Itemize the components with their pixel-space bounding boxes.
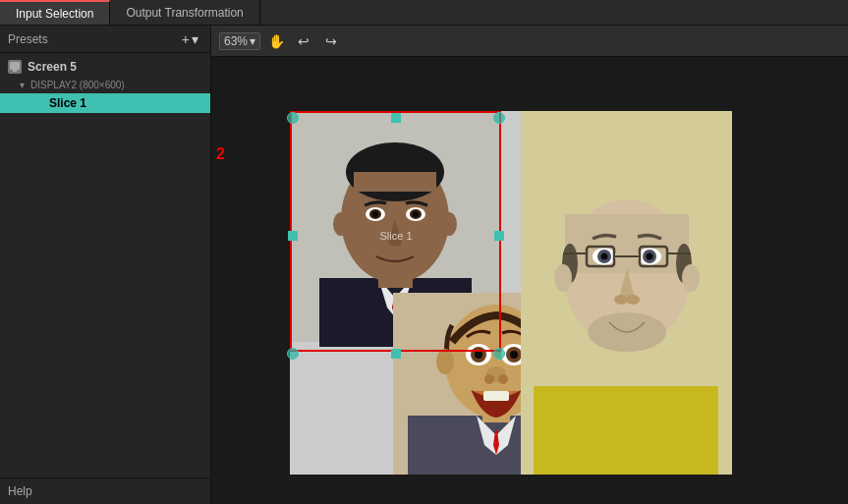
svg-point-33 <box>510 351 518 359</box>
svg-rect-1 <box>13 70 17 72</box>
face-collage <box>290 111 732 475</box>
canvas-area[interactable]: 2 3 <box>211 57 848 504</box>
help-button[interactable]: Help <box>0 477 210 504</box>
redo-button[interactable]: ↪ <box>319 29 343 53</box>
svg-point-48 <box>601 253 608 260</box>
svg-rect-0 <box>10 62 20 70</box>
add-preset-button[interactable]: + ▾ <box>178 29 202 49</box>
slice1-label: Slice 1 <box>49 96 86 110</box>
zoom-selector[interactable]: 63% ▾ <box>219 32 260 50</box>
hand-tool-icon: ✋ <box>268 33 285 49</box>
annotation-2: 2 <box>216 145 225 163</box>
svg-point-26 <box>436 349 454 374</box>
svg-point-52 <box>614 295 628 305</box>
undo-button[interactable]: ↩ <box>292 29 315 53</box>
tree-item-display2[interactable]: ▾ DISPLAY2 (800×600) <box>0 77 210 93</box>
svg-point-56 <box>682 264 700 292</box>
display2-label: DISPLAY2 (800×600) <box>30 80 125 90</box>
sidebar-tree: Screen 5 ▾ DISPLAY2 (800×600) Slice 1 <box>0 53 210 477</box>
zoom-value: 63% <box>224 34 248 48</box>
svg-point-17 <box>333 212 349 236</box>
presets-label: Presets <box>8 32 48 46</box>
sidebar: Presets + ▾ Screen 5 ▾ DISPLAY2 (800×600… <box>0 26 211 504</box>
svg-rect-10 <box>354 172 436 192</box>
svg-point-36 <box>498 374 508 384</box>
zoom-arrow-icon: ▾ <box>250 34 255 48</box>
hand-tool-button[interactable]: ✋ <box>264 29 288 53</box>
svg-point-16 <box>413 211 419 217</box>
svg-rect-43 <box>565 214 689 273</box>
help-label: Help <box>8 484 32 498</box>
tree-item-slice1[interactable]: Slice 1 <box>0 93 210 113</box>
svg-rect-41 <box>534 386 718 475</box>
tab-output-transformation[interactable]: Output Transformation <box>110 0 259 25</box>
expand-arrow-icon: ▾ <box>20 80 25 90</box>
undo-icon: ↩ <box>298 33 310 49</box>
main-layout: Presets + ▾ Screen 5 ▾ DISPLAY2 (800×600… <box>0 26 848 504</box>
svg-point-18 <box>441 212 457 236</box>
svg-point-13 <box>372 211 378 217</box>
svg-point-30 <box>475 351 482 359</box>
tree-item-screen5[interactable]: Screen 5 <box>0 57 210 77</box>
tab-output-transformation-label: Output Transformation <box>126 6 243 20</box>
redo-icon: ↪ <box>325 33 337 49</box>
svg-point-55 <box>554 264 572 292</box>
add-icon: + <box>182 31 190 47</box>
svg-rect-37 <box>483 391 509 401</box>
slice-icon <box>31 97 43 109</box>
screen-icon <box>8 60 22 74</box>
tab-bar: Input Selection Output Transformation <box>0 0 848 26</box>
tab-input-selection[interactable]: Input Selection <box>0 0 110 25</box>
add-arrow-icon: ▾ <box>192 31 198 47</box>
svg-point-35 <box>484 374 494 384</box>
screen5-label: Screen 5 <box>28 60 77 74</box>
svg-point-53 <box>626 295 640 305</box>
sidebar-header: Presets + ▾ <box>0 26 210 53</box>
svg-point-51 <box>647 253 653 260</box>
tab-input-selection-label: Input Selection <box>16 7 93 21</box>
